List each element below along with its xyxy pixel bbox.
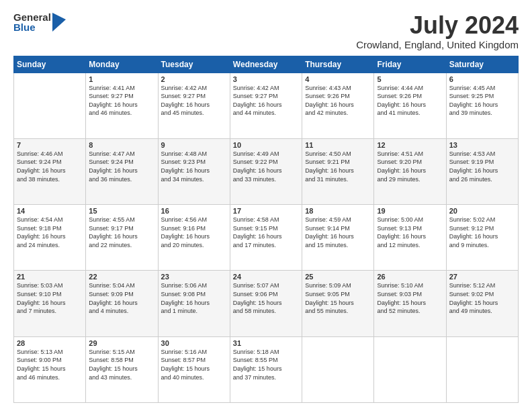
day-info: Sunrise: 4:56 AM Sunset: 9:16 PM Dayligh… [161, 216, 227, 249]
day-number: 29 [89, 339, 154, 347]
header: General Blue July 2024 Crowland, England… [13, 12, 519, 50]
calendar-cell: 9Sunrise: 4:48 AM Sunset: 9:23 PM Daylig… [158, 138, 230, 204]
logo-blue: Blue [13, 22, 51, 32]
calendar-cell: 1Sunrise: 4:41 AM Sunset: 9:27 PM Daylig… [86, 73, 158, 138]
calendar-cell: 4Sunrise: 4:43 AM Sunset: 9:26 PM Daylig… [302, 73, 374, 138]
day-number: 26 [377, 273, 443, 281]
calendar-cell: 14Sunrise: 4:54 AM Sunset: 9:18 PM Dayli… [14, 205, 86, 271]
day-number: 7 [17, 141, 83, 149]
day-number: 20 [449, 207, 515, 215]
day-info: Sunrise: 5:04 AM Sunset: 9:09 PM Dayligh… [89, 281, 154, 315]
day-info: Sunrise: 4:54 AM Sunset: 9:18 PM Dayligh… [17, 216, 83, 249]
calendar-cell [302, 336, 374, 402]
calendar-cell: 22Sunrise: 5:04 AM Sunset: 9:09 PM Dayli… [86, 271, 158, 336]
day-number: 21 [17, 273, 83, 281]
day-info: Sunrise: 4:59 AM Sunset: 9:14 PM Dayligh… [305, 216, 371, 249]
calendar-cell: 28Sunrise: 5:13 AM Sunset: 9:00 PM Dayli… [14, 336, 86, 402]
day-info: Sunrise: 4:50 AM Sunset: 9:21 PM Dayligh… [305, 150, 371, 183]
calendar-cell [14, 73, 86, 138]
logo-icon [52, 13, 66, 32]
svg-marker-0 [52, 13, 66, 32]
day-info: Sunrise: 4:41 AM Sunset: 9:27 PM Dayligh… [89, 84, 154, 118]
day-number: 30 [161, 339, 227, 347]
day-number: 10 [233, 141, 299, 149]
day-number: 11 [305, 141, 371, 149]
day-number: 17 [233, 207, 299, 215]
day-info: Sunrise: 4:44 AM Sunset: 9:26 PM Dayligh… [377, 84, 443, 118]
day-info: Sunrise: 5:18 AM Sunset: 8:55 PM Dayligh… [233, 348, 299, 381]
day-number: 15 [89, 207, 154, 215]
day-info: Sunrise: 5:00 AM Sunset: 9:13 PM Dayligh… [377, 216, 443, 249]
day-number: 6 [449, 75, 515, 83]
day-number: 2 [161, 75, 227, 83]
day-info: Sunrise: 4:49 AM Sunset: 9:22 PM Dayligh… [233, 150, 299, 183]
day-info: Sunrise: 5:15 AM Sunset: 8:58 PM Dayligh… [89, 348, 154, 381]
page: General Blue July 2024 Crowland, England… [0, 0, 532, 411]
title-block: July 2024 Crowland, England, United King… [356, 12, 519, 50]
day-number: 3 [233, 75, 299, 83]
day-number: 9 [161, 141, 227, 149]
day-info: Sunrise: 4:55 AM Sunset: 9:17 PM Dayligh… [89, 216, 154, 249]
calendar-header-monday: Monday [86, 56, 158, 73]
calendar-week-row: 21Sunrise: 5:03 AM Sunset: 9:10 PM Dayli… [14, 271, 519, 336]
day-info: Sunrise: 5:07 AM Sunset: 9:06 PM Dayligh… [233, 281, 299, 315]
day-info: Sunrise: 5:06 AM Sunset: 9:08 PM Dayligh… [161, 281, 227, 315]
calendar-cell: 19Sunrise: 5:00 AM Sunset: 9:13 PM Dayli… [374, 205, 446, 271]
calendar-cell [446, 336, 518, 402]
day-number: 8 [89, 141, 154, 149]
day-number: 28 [17, 339, 83, 347]
calendar-cell: 30Sunrise: 5:16 AM Sunset: 8:57 PM Dayli… [158, 336, 230, 402]
day-info: Sunrise: 5:12 AM Sunset: 9:02 PM Dayligh… [449, 281, 515, 315]
calendar-week-row: 28Sunrise: 5:13 AM Sunset: 9:00 PM Dayli… [14, 336, 519, 402]
calendar-cell: 3Sunrise: 4:42 AM Sunset: 9:27 PM Daylig… [230, 73, 302, 138]
day-number: 16 [161, 207, 227, 215]
day-info: Sunrise: 4:51 AM Sunset: 9:20 PM Dayligh… [377, 150, 443, 183]
day-number: 1 [89, 75, 154, 83]
day-info: Sunrise: 4:45 AM Sunset: 9:25 PM Dayligh… [449, 84, 515, 118]
logo-text: General Blue [13, 12, 51, 32]
location: Crowland, England, United Kingdom [356, 39, 519, 50]
day-info: Sunrise: 5:03 AM Sunset: 9:10 PM Dayligh… [17, 281, 83, 315]
day-number: 22 [89, 273, 154, 281]
calendar-cell: 10Sunrise: 4:49 AM Sunset: 9:22 PM Dayli… [230, 138, 302, 204]
day-number: 12 [377, 141, 443, 149]
calendar-cell: 11Sunrise: 4:50 AM Sunset: 9:21 PM Dayli… [302, 138, 374, 204]
day-info: Sunrise: 4:43 AM Sunset: 9:26 PM Dayligh… [305, 84, 371, 118]
calendar-cell: 15Sunrise: 4:55 AM Sunset: 9:17 PM Dayli… [86, 205, 158, 271]
day-number: 14 [17, 207, 83, 215]
calendar-cell: 26Sunrise: 5:10 AM Sunset: 9:03 PM Dayli… [374, 271, 446, 336]
day-number: 4 [305, 75, 371, 83]
calendar-cell: 5Sunrise: 4:44 AM Sunset: 9:26 PM Daylig… [374, 73, 446, 138]
day-number: 13 [449, 141, 515, 149]
calendar-week-row: 7Sunrise: 4:46 AM Sunset: 9:24 PM Daylig… [14, 138, 519, 204]
calendar-header-friday: Friday [374, 56, 446, 73]
logo: General Blue [13, 12, 66, 32]
calendar-cell: 17Sunrise: 4:58 AM Sunset: 9:15 PM Dayli… [230, 205, 302, 271]
day-info: Sunrise: 5:16 AM Sunset: 8:57 PM Dayligh… [161, 348, 227, 381]
day-info: Sunrise: 4:47 AM Sunset: 9:24 PM Dayligh… [89, 150, 154, 183]
day-info: Sunrise: 4:48 AM Sunset: 9:23 PM Dayligh… [161, 150, 227, 183]
calendar-cell: 6Sunrise: 4:45 AM Sunset: 9:25 PM Daylig… [446, 73, 518, 138]
calendar-cell: 25Sunrise: 5:09 AM Sunset: 9:05 PM Dayli… [302, 271, 374, 336]
day-number: 31 [233, 339, 299, 347]
day-info: Sunrise: 5:10 AM Sunset: 9:03 PM Dayligh… [377, 281, 443, 315]
calendar-header-thursday: Thursday [302, 56, 374, 73]
day-info: Sunrise: 4:53 AM Sunset: 9:19 PM Dayligh… [449, 150, 515, 183]
calendar-week-row: 14Sunrise: 4:54 AM Sunset: 9:18 PM Dayli… [14, 205, 519, 271]
day-number: 5 [377, 75, 443, 83]
calendar-cell: 31Sunrise: 5:18 AM Sunset: 8:55 PM Dayli… [230, 336, 302, 402]
day-info: Sunrise: 5:09 AM Sunset: 9:05 PM Dayligh… [305, 281, 371, 315]
calendar-cell: 24Sunrise: 5:07 AM Sunset: 9:06 PM Dayli… [230, 271, 302, 336]
calendar-cell: 21Sunrise: 5:03 AM Sunset: 9:10 PM Dayli… [14, 271, 86, 336]
calendar-table: SundayMondayTuesdayWednesdayThursdayFrid… [13, 56, 519, 403]
calendar-cell: 29Sunrise: 5:15 AM Sunset: 8:58 PM Dayli… [86, 336, 158, 402]
calendar-cell [374, 336, 446, 402]
day-number: 18 [305, 207, 371, 215]
calendar-header-tuesday: Tuesday [158, 56, 230, 73]
calendar-header-saturday: Saturday [446, 56, 518, 73]
calendar-header-wednesday: Wednesday [230, 56, 302, 73]
day-info: Sunrise: 5:02 AM Sunset: 9:12 PM Dayligh… [449, 216, 515, 249]
calendar-header-row: SundayMondayTuesdayWednesdayThursdayFrid… [14, 56, 519, 73]
day-number: 27 [449, 273, 515, 281]
calendar-cell: 2Sunrise: 4:42 AM Sunset: 9:27 PM Daylig… [158, 73, 230, 138]
